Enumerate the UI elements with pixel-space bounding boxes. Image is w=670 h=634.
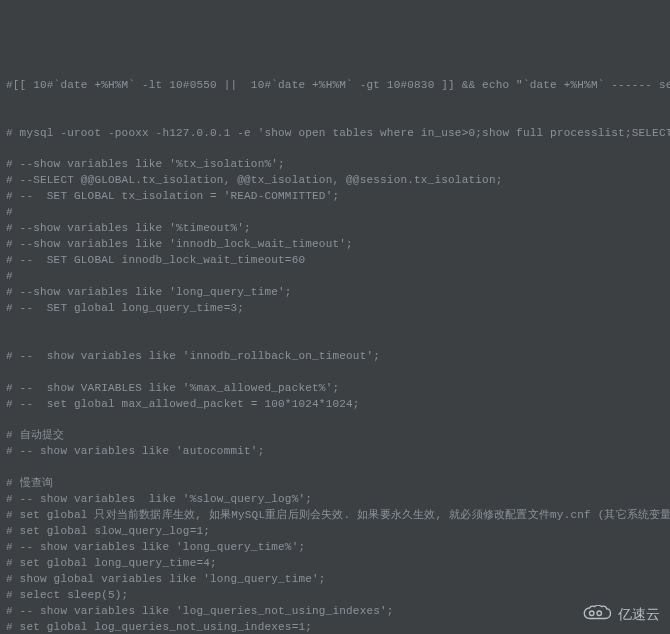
code-line: # -- show variables like '%slow_query_lo… (6, 492, 664, 508)
cloud-icon (582, 605, 612, 623)
code-line (6, 317, 664, 333)
code-line: # set global long_query_time=4; (6, 556, 664, 572)
code-line: # set global log_queries_not_using_index… (6, 620, 664, 634)
code-line: # -- show variables like 'autocommit'; (6, 444, 664, 460)
svg-point-0 (590, 611, 595, 616)
code-line: # -- show variables like 'log_queries_no… (6, 604, 664, 620)
code-line (6, 460, 664, 476)
code-line: # 慢查询 (6, 476, 664, 492)
code-line: # --show variables like '%timeout%'; (6, 221, 664, 237)
code-line: # --SELECT @@GLOBAL.tx_isolation, @@tx_i… (6, 173, 664, 189)
code-line: # -- show VARIABLES like '%max_allowed_p… (6, 381, 664, 397)
code-line: # -- SET GLOBAL tx_isolation = 'READ-COM… (6, 189, 664, 205)
code-line (6, 365, 664, 381)
code-line: # mysql -uroot -pooxx -h127.0.0.1 -e 'sh… (6, 126, 664, 142)
code-line: # --show variables like 'innodb_lock_wai… (6, 237, 664, 253)
watermark-text: 亿速云 (618, 604, 660, 624)
code-line: # set global slow_query_log=1; (6, 524, 664, 540)
watermark: 亿速云 (582, 604, 660, 624)
code-line: # (6, 205, 664, 221)
code-line: # -- set global max_allowed_packet = 100… (6, 397, 664, 413)
code-line (6, 333, 664, 349)
code-line: # (6, 269, 664, 285)
code-line: # show global variables like 'long_query… (6, 572, 664, 588)
code-line: # set global 只对当前数据库生效, 如果MySQL重启后则会失效. … (6, 508, 664, 524)
code-line (6, 94, 664, 110)
code-line (6, 110, 664, 126)
code-line: # -- SET global long_query_time=3; (6, 301, 664, 317)
code-line (6, 412, 664, 428)
code-line: # -- show variables like 'innodb_rollbac… (6, 349, 664, 365)
code-line: # --show variables like '%tx_isolation%'… (6, 157, 664, 173)
code-line: # -- show variables like 'long_query_tim… (6, 540, 664, 556)
code-line: # --show variables like 'long_query_time… (6, 285, 664, 301)
code-block: #[[ 10#`date +%H%M` -lt 10#0550 || 10#`d… (6, 78, 664, 634)
code-line: # select sleep(5); (6, 588, 664, 604)
code-line: # -- SET GLOBAL innodb_lock_wait_timeout… (6, 253, 664, 269)
code-line: # 自动提交 (6, 428, 664, 444)
svg-point-1 (597, 611, 602, 616)
code-line (6, 142, 664, 158)
code-line: #[[ 10#`date +%H%M` -lt 10#0550 || 10#`d… (6, 78, 664, 94)
